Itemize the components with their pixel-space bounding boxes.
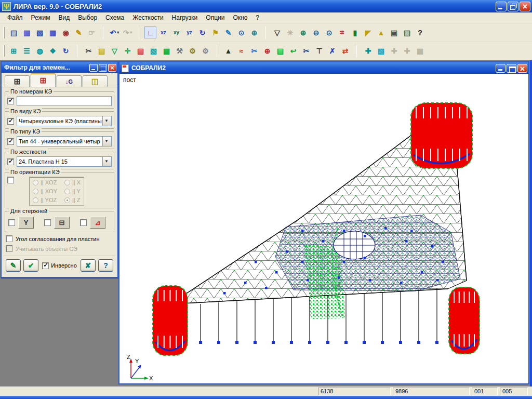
- filter-close-button[interactable]: [108, 64, 116, 72]
- flag-pencil-button[interactable]: ⚑: [209, 26, 221, 38]
- rod-hinges-button[interactable]: Y: [18, 217, 34, 229]
- copy-element-button[interactable]: ▤: [135, 45, 147, 57]
- filter-dialog-titlebar[interactable]: Фильтр для элемен...: [2, 62, 117, 73]
- save-fragment-button[interactable]: ▥: [21, 26, 33, 38]
- chevron-down-icon[interactable]: [102, 137, 111, 146]
- move-scheme-button[interactable]: ❖: [47, 45, 59, 57]
- axes-arrows-button[interactable]: ⇄: [339, 45, 351, 57]
- kind-dropdown[interactable]: Четырехузловые КЭ (пластины: [17, 116, 112, 126]
- confirm-button[interactable]: ✔: [23, 259, 38, 272]
- toolbar-grip[interactable]: [3, 45, 5, 57]
- menu-Нагрузки[interactable]: Нагрузки: [168, 13, 202, 22]
- copy-mesh-button[interactable]: ▦: [161, 45, 172, 57]
- help-button[interactable]: ?: [98, 259, 113, 272]
- add-node-button[interactable]: ✛: [122, 45, 134, 57]
- rod-rigid-insert-checkbox[interactable]: [44, 219, 51, 226]
- rod-rigid-insert-button[interactable]: ⊟: [54, 217, 70, 229]
- scissors2-button[interactable]: ✂: [300, 45, 312, 57]
- filter-minimize-button[interactable]: [89, 64, 98, 72]
- rod-local-axes-checkbox[interactable]: [80, 219, 87, 226]
- flashlight-button[interactable]: ◤: [362, 26, 374, 38]
- show-cylinder-button[interactable]: ◍: [34, 45, 46, 57]
- filter-nodes-button[interactable]: ▽: [109, 45, 121, 57]
- menu-Окно[interactable]: Окно: [229, 13, 251, 22]
- hammer-button[interactable]: ⊤: [313, 45, 325, 57]
- copy-stack-button[interactable]: ▧: [148, 45, 159, 57]
- rotate-scheme-button[interactable]: ↻: [60, 45, 72, 57]
- undo-button[interactable]: ↶▾: [109, 26, 121, 38]
- doc-maximize-button[interactable]: [507, 64, 516, 73]
- toolbar-grip[interactable]: [3, 27, 5, 38]
- find-element-button[interactable]: ◉: [60, 26, 72, 38]
- by-kind-checkbox[interactable]: [7, 118, 14, 125]
- tab-objects[interactable]: ◫: [83, 75, 108, 87]
- by-orientation-checkbox[interactable]: [7, 177, 14, 183]
- show-columns-button[interactable]: ☰: [21, 45, 33, 57]
- show-frame-button[interactable]: ⊞: [8, 45, 20, 57]
- pack-wheel-button[interactable]: ⊕: [261, 45, 273, 57]
- type-dropdown[interactable]: Тип 44 - универсальный четыр: [17, 136, 112, 147]
- xt-button[interactable]: ✗: [326, 45, 338, 57]
- menu-help[interactable]: ?: [251, 13, 263, 22]
- pencil-button[interactable]: ✎: [222, 26, 234, 38]
- element-numbers-input[interactable]: [17, 96, 112, 106]
- rod-local-axes-button[interactable]: ⊿: [90, 217, 105, 229]
- tab-nodes[interactable]: ⊞: [5, 75, 30, 87]
- by-type-checkbox[interactable]: [7, 138, 14, 145]
- zoom-world-button[interactable]: ⊕: [248, 26, 260, 38]
- menu-Режим[interactable]: Режим: [27, 13, 55, 22]
- menu-Вид[interactable]: Вид: [55, 13, 74, 22]
- angle-checkbox[interactable]: [6, 235, 12, 242]
- stiffness-dropdown[interactable]: 24. Пластина Н 15: [17, 156, 112, 167]
- menu-Схема[interactable]: Схема: [101, 13, 128, 22]
- z-document-button[interactable]: ▤: [274, 45, 286, 57]
- rotate-view-button[interactable]: ↻: [196, 26, 208, 38]
- model-canvas[interactable]: пост: [119, 74, 528, 383]
- context-help-button[interactable]: ?: [414, 26, 426, 38]
- paintbrush-button[interactable]: ▮: [349, 26, 361, 38]
- wrench-button[interactable]: ⚙: [200, 45, 211, 57]
- tab-loads[interactable]: ↓G: [57, 75, 82, 87]
- doc-close-button[interactable]: [517, 64, 527, 73]
- close-button[interactable]: [520, 2, 530, 11]
- zoom-original-button[interactable]: ⊙: [323, 26, 335, 38]
- spline-arrows-button[interactable]: ≈: [235, 45, 247, 57]
- plumb-tower-button[interactable]: ▲: [222, 45, 234, 57]
- document-titlebar[interactable]: СОБРАЛИ2: [119, 62, 528, 74]
- isometric-view-button[interactable]: ∟: [144, 26, 156, 38]
- basket-button[interactable]: ▤: [96, 45, 108, 57]
- projection-xz-button[interactable]: xz: [157, 26, 169, 38]
- ei-scissors-button[interactable]: ✂: [248, 45, 260, 57]
- apply-brush-button[interactable]: ✎: [6, 259, 21, 272]
- restore-button[interactable]: [508, 2, 518, 11]
- wrench-nodes-button[interactable]: ⚒: [174, 45, 185, 57]
- filter-funnel-button[interactable]: ▽: [271, 26, 283, 38]
- report-document-button[interactable]: ▦: [47, 26, 59, 38]
- zoom-window-button[interactable]: ⊙: [235, 26, 247, 38]
- move-cross-button[interactable]: ✚: [362, 45, 374, 57]
- wrench-adjust-button[interactable]: ⚙: [187, 45, 198, 57]
- fragment-grid-button[interactable]: ⌗: [336, 26, 348, 38]
- d-copy-button[interactable]: ▧: [375, 45, 387, 57]
- menu-Опции[interactable]: Опции: [202, 13, 229, 22]
- doc-minimize-button[interactable]: [496, 64, 506, 73]
- menu-Выбор[interactable]: Выбор: [74, 13, 101, 22]
- projection-yz-button[interactable]: yz: [183, 26, 195, 38]
- derrick-button[interactable]: ▲: [375, 26, 387, 38]
- by-numbers-checkbox[interactable]: [7, 98, 14, 104]
- minimize-button[interactable]: [496, 2, 507, 11]
- chevron-down-icon[interactable]: [102, 157, 111, 166]
- zoom-out-button[interactable]: ⊖: [310, 26, 322, 38]
- dropdown-arrow-icon[interactable]: ▾: [117, 30, 119, 35]
- tab-elements[interactable]: ⊞: [31, 73, 56, 87]
- camera-button[interactable]: ▣: [388, 26, 400, 38]
- menu-Жесткости[interactable]: Жесткости: [128, 13, 167, 22]
- close-filter-button[interactable]: ✘: [81, 259, 96, 272]
- projection-xy-button[interactable]: xy: [170, 26, 182, 38]
- book-button[interactable]: ▤: [401, 26, 413, 38]
- model-viewport[interactable]: Z Y X: [119, 74, 528, 383]
- pack-scheme-button[interactable]: ▧: [34, 26, 46, 38]
- rod-hinges-checkbox[interactable]: [8, 219, 15, 226]
- cut-scissors-button[interactable]: ✂: [83, 45, 95, 57]
- zoom-in-button[interactable]: ⊕: [297, 26, 309, 38]
